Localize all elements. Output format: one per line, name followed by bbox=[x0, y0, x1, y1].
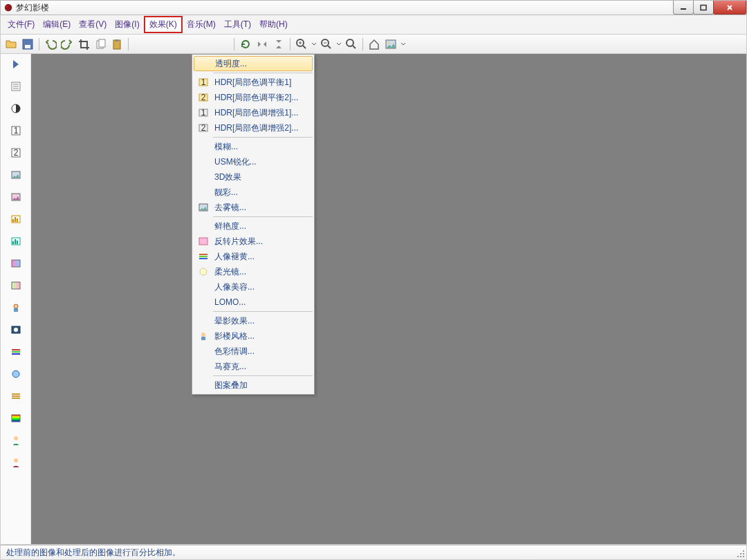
svg-rect-52 bbox=[12, 393, 20, 395]
svg-rect-79 bbox=[743, 556, 744, 557]
menu-item[interactable]: 模糊... bbox=[194, 139, 313, 154]
menu-item[interactable]: 2HDR[局部色调平衡2]... bbox=[194, 90, 313, 105]
menu-item[interactable]: 去雾镜... bbox=[194, 200, 313, 215]
two-icon[interactable]: 2 bbox=[10, 147, 22, 159]
maximize-button[interactable] bbox=[693, 1, 714, 15]
menu-item[interactable]: 柔光镜... bbox=[194, 264, 313, 279]
dropdown-arrow-icon[interactable] bbox=[400, 37, 407, 52]
menu-item[interactable]: 靓彩... bbox=[194, 185, 313, 200]
menu-item[interactable]: 影楼风格... bbox=[194, 328, 313, 344]
rainbow-icon[interactable] bbox=[10, 412, 22, 424]
bars2-icon[interactable] bbox=[10, 346, 22, 358]
menu-item[interactable]: 图案叠加 bbox=[194, 377, 313, 393]
hist1-icon[interactable] bbox=[10, 213, 22, 225]
menu-item[interactable]: 1HDR[局部色调增强1]... bbox=[194, 105, 313, 120]
blank-button[interactable] bbox=[132, 37, 147, 52]
round-icon[interactable] bbox=[10, 368, 22, 380]
menu-item[interactable]: 晕影效果... bbox=[194, 313, 313, 328]
svg-point-56 bbox=[14, 436, 18, 440]
hdr2-icon: 2 bbox=[194, 93, 213, 102]
menu-item[interactable]: 2HDR[局部色调增强2]... bbox=[194, 120, 313, 136]
undo-button[interactable] bbox=[43, 37, 58, 52]
box1-icon: 1 bbox=[194, 108, 213, 118]
menu-item-label: HDR[局部色调平衡2]... bbox=[213, 92, 313, 104]
person1-icon[interactable] bbox=[10, 434, 22, 447]
zoom-fit-button[interactable] bbox=[344, 37, 359, 52]
img2-icon[interactable] bbox=[10, 191, 22, 203]
redo-button[interactable] bbox=[59, 37, 75, 52]
menu-item[interactable]: 反转片效果... bbox=[194, 234, 313, 249]
menu-item[interactable]: 效果(K) bbox=[144, 16, 183, 33]
menu-item-label: 柔光镜... bbox=[213, 266, 313, 278]
home-button[interactable] bbox=[367, 37, 382, 52]
menu-item[interactable]: USM锐化... bbox=[194, 154, 313, 169]
person2-icon[interactable] bbox=[10, 456, 22, 469]
zoom-in-button[interactable] bbox=[294, 37, 309, 52]
menu-item[interactable]: 查看(V) bbox=[75, 17, 111, 32]
photo-icon[interactable] bbox=[10, 324, 22, 336]
menu-item[interactable]: 鲜艳度... bbox=[194, 218, 313, 234]
one-icon[interactable]: 1 bbox=[10, 124, 22, 137]
menu-item-label: 透明度... bbox=[214, 58, 312, 70]
menu-item[interactable]: 工具(T) bbox=[220, 17, 255, 32]
menu-item[interactable]: 帮助(H) bbox=[255, 17, 292, 32]
close-button[interactable] bbox=[713, 1, 746, 15]
img-icon bbox=[194, 203, 213, 212]
hist2-icon[interactable] bbox=[10, 235, 22, 248]
zoom-out-button[interactable] bbox=[319, 37, 334, 52]
menu-item[interactable]: 马赛克... bbox=[194, 359, 313, 374]
blank-button[interactable] bbox=[182, 37, 197, 52]
grad1-icon[interactable] bbox=[10, 257, 22, 270]
face1-icon[interactable] bbox=[10, 301, 22, 314]
copy-button[interactable] bbox=[93, 37, 108, 52]
img1-icon[interactable] bbox=[10, 169, 22, 181]
svg-rect-3 bbox=[701, 5, 706, 10]
blank-button[interactable] bbox=[149, 37, 164, 52]
menu-item[interactable]: 3D效果 bbox=[194, 169, 313, 185]
list-icon[interactable] bbox=[10, 80, 22, 93]
svg-rect-74 bbox=[743, 550, 744, 552]
crop-button[interactable] bbox=[76, 37, 91, 52]
status-text: 处理前的图像和处理后的图像进行百分比相加。 bbox=[6, 547, 181, 559]
mirror-h-button[interactable] bbox=[255, 37, 270, 52]
canvas: 透明度...1HDR[局部色调平衡1]2HDR[局部色调平衡2]...1HDR[… bbox=[31, 54, 746, 544]
menu-separator bbox=[213, 311, 313, 312]
image-button[interactable] bbox=[383, 37, 398, 52]
open-button[interactable] bbox=[3, 37, 19, 52]
menu-item-label: 晕影效果... bbox=[213, 315, 313, 327]
menu-item[interactable]: 1HDR[局部色调平衡1] bbox=[194, 75, 313, 90]
svg-text:2: 2 bbox=[13, 148, 18, 158]
blank-button[interactable] bbox=[165, 37, 181, 52]
menu-item[interactable]: 音乐(M) bbox=[183, 17, 220, 32]
pink-icon bbox=[194, 236, 213, 246]
svg-rect-77 bbox=[737, 556, 739, 557]
lines-icon[interactable] bbox=[10, 390, 22, 402]
save-button[interactable] bbox=[20, 37, 35, 52]
dropdown-arrow-icon[interactable] bbox=[335, 37, 342, 52]
play-icon[interactable] bbox=[10, 58, 22, 71]
svg-rect-45 bbox=[14, 308, 18, 312]
mirror-v-button[interactable] bbox=[271, 37, 286, 52]
refresh-button[interactable] bbox=[238, 37, 253, 52]
menu-item-label: 色彩情调... bbox=[213, 346, 313, 357]
paste-button[interactable] bbox=[109, 37, 124, 52]
menu-item[interactable]: 色彩情调... bbox=[194, 344, 313, 359]
resize-grip-icon[interactable] bbox=[736, 549, 746, 559]
blank-button[interactable] bbox=[215, 37, 230, 52]
svg-text:1: 1 bbox=[13, 126, 18, 136]
minimize-button[interactable] bbox=[673, 1, 694, 15]
blank-button[interactable] bbox=[199, 37, 214, 52]
menu-item-label: 鲜艳度... bbox=[213, 221, 313, 232]
grad2-icon[interactable] bbox=[10, 279, 22, 292]
contrast-icon[interactable] bbox=[10, 102, 22, 115]
menu-item[interactable]: 编辑(E) bbox=[39, 17, 75, 32]
menu-item-label: 影楼风格... bbox=[213, 330, 313, 342]
menu-item[interactable]: 透明度... bbox=[194, 56, 313, 71]
dropdown-arrow-icon[interactable] bbox=[311, 37, 317, 52]
svg-rect-69 bbox=[199, 256, 208, 257]
menu-item[interactable]: LOMO... bbox=[194, 295, 313, 310]
menu-item[interactable]: 人像美容... bbox=[194, 279, 313, 295]
menu-item[interactable]: 人像褪黄... bbox=[194, 249, 313, 264]
menu-item[interactable]: 文件(F) bbox=[3, 17, 39, 32]
menu-item[interactable]: 图像(I) bbox=[111, 17, 143, 32]
